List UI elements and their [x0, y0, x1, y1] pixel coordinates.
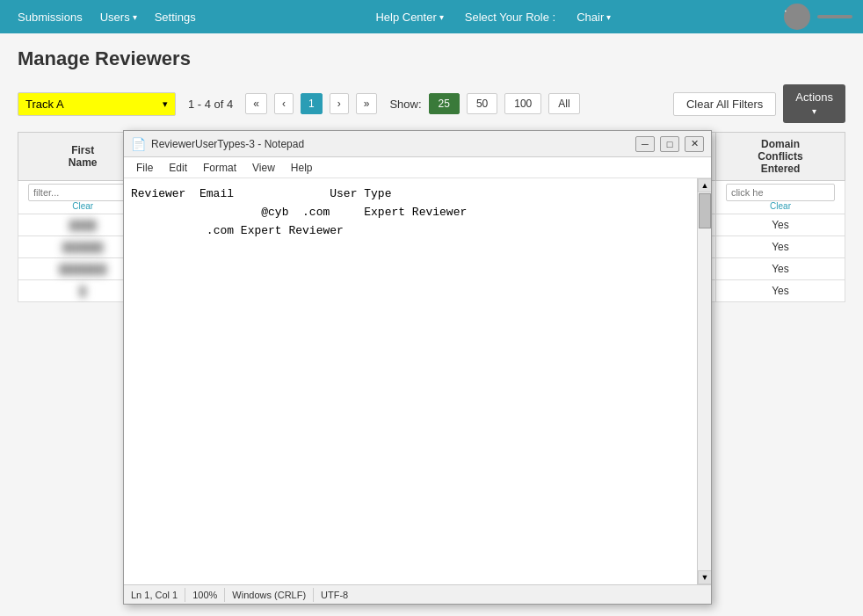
first-name-3: ███████ [59, 264, 107, 274]
menu-edit[interactable]: Edit [162, 160, 194, 176]
status-zoom: 100% [192, 590, 217, 600]
navbar-center: Help Center ▾ Select Your Role : Chair ▾ [203, 7, 784, 27]
menu-view[interactable]: View [245, 160, 282, 176]
status-position: Ln 1, Col 1 [131, 590, 178, 600]
page-title: Manage Reviewers [18, 47, 845, 70]
clear-all-filters-btn[interactable]: Clear All Filters [673, 92, 776, 116]
users-dropdown-arrow: ▾ [133, 12, 137, 22]
role-dropdown-arrow: ▾ [606, 12, 611, 22]
status-sep-3 [313, 588, 314, 602]
col-conflicts: DomainConflictsEntered [716, 133, 845, 181]
navbar-right: · [784, 4, 852, 30]
scroll-up-arrow[interactable]: ▲ [698, 178, 711, 192]
select-role-label: Select Your Role : [465, 11, 555, 24]
notepad-textarea[interactable]: Reviewer Email User Type <span class="bl… [124, 178, 697, 584]
nav-submissions[interactable]: Submissions [11, 7, 90, 27]
conflicts-1: Yes [716, 214, 845, 236]
minimize-btn[interactable]: ─ [635, 136, 655, 152]
filter-conflicts-cell: Clear [716, 181, 845, 214]
menu-help[interactable]: Help [284, 160, 320, 176]
first-page-btn[interactable]: « [245, 93, 267, 114]
scroll-down-arrow[interactable]: ▼ [698, 570, 711, 584]
next-page-btn[interactable]: › [330, 93, 349, 114]
pagination-info: 1 - 4 of 4 [188, 98, 233, 111]
status-encoding: UTF-8 [321, 590, 348, 600]
help-center-dropdown-arrow: ▾ [439, 12, 444, 22]
scroll-thumb[interactable] [699, 193, 711, 228]
page-content: Manage Reviewers Track A ▾ 1 - 4 of 4 « … [0, 33, 863, 616]
notepad-title: ReviewerUserTypes-3 - Notepad [151, 138, 630, 150]
notepad-menubar: File Edit Format View Help [124, 157, 711, 178]
show-label: Show: [389, 98, 421, 111]
nav-role-select[interactable]: Chair ▾ [569, 7, 618, 27]
conflicts-3: Yes [716, 258, 845, 280]
notepad-titlebar: 📄 ReviewerUserTypes-3 - Notepad ─ □ ✕ [124, 131, 711, 157]
page-num-btn[interactable]: 1 [301, 93, 323, 114]
notepad-statusbar: Ln 1, Col 1 100% Windows (CRLF) UTF-8 [124, 584, 711, 604]
user-name [817, 15, 852, 18]
conflicts-2: Yes [716, 236, 845, 258]
notepad-icon: 📄 [131, 137, 146, 151]
track-select-value: Track A [25, 98, 64, 111]
close-btn[interactable]: ✕ [685, 136, 704, 152]
scroll-track [698, 192, 711, 570]
nav-help-center[interactable]: Help Center ▾ [368, 7, 450, 27]
show-all-btn[interactable]: All [548, 93, 579, 114]
notepad-scrollbar: ▲ ▼ [697, 178, 711, 584]
navbar-left: Submissions Users ▾ Settings [11, 7, 203, 27]
status-sep-1 [185, 588, 185, 602]
first-name-1: ████ [69, 220, 97, 230]
avatar: · [784, 4, 810, 30]
first-name-2: ██████ [62, 242, 104, 252]
show-25-btn[interactable]: 25 [429, 93, 460, 114]
nav-users[interactable]: Users ▾ [93, 7, 144, 27]
nav-settings[interactable]: Settings [148, 7, 203, 27]
maximize-btn[interactable]: □ [660, 136, 679, 152]
first-name-4: █ [79, 286, 86, 296]
toolbar: Track A ▾ 1 - 4 of 4 « ‹ 1 › » Show: 25 … [18, 84, 845, 123]
menu-format[interactable]: Format [196, 160, 243, 176]
status-sep-2 [224, 588, 225, 602]
filter-conflicts-input[interactable] [726, 184, 835, 201]
notepad-window: 📄 ReviewerUserTypes-3 - Notepad ─ □ ✕ Fi… [123, 130, 712, 605]
track-select-arrow: ▾ [163, 98, 168, 110]
filter-first-name-input[interactable] [28, 184, 138, 201]
menu-file[interactable]: File [129, 160, 160, 176]
track-select[interactable]: Track A ▾ [18, 92, 176, 116]
last-page-btn[interactable]: » [356, 93, 378, 114]
navbar: Submissions Users ▾ Settings Help Center… [0, 0, 863, 33]
actions-arrow: ▾ [812, 105, 816, 118]
clear-conflicts[interactable]: Clear [720, 201, 841, 211]
actions-btn[interactable]: Actions ▾ [783, 84, 845, 123]
notepad-content-area: Reviewer Email User Type <span class="bl… [124, 178, 711, 584]
show-100-btn[interactable]: 100 [504, 93, 541, 114]
prev-page-btn[interactable]: ‹ [274, 93, 294, 114]
conflicts-4: Yes [716, 280, 845, 302]
show-50-btn[interactable]: 50 [467, 93, 497, 114]
status-line-ending: Windows (CRLF) [232, 590, 306, 600]
